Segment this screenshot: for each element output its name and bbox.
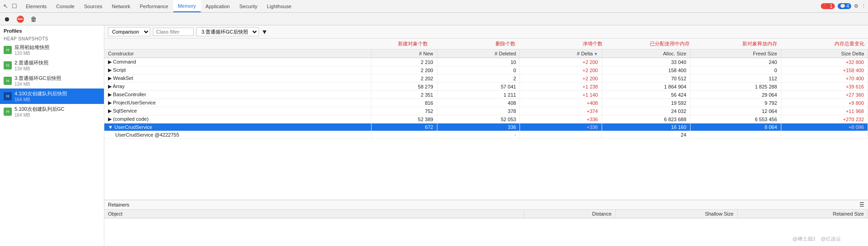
stop-button[interactable]: ⛔	[15, 15, 26, 24]
cell-delta: +2 200	[520, 58, 602, 66]
cell-size-delta	[781, 131, 868, 139]
cell-alloc: 70 512	[602, 74, 690, 83]
table-row[interactable]: ▶ SqlService 752 378 +374 24 032 12 064 …	[104, 107, 868, 115]
cell-constructor: ▼ UserCrudService	[104, 123, 372, 131]
cell-delta: +1 238	[520, 83, 602, 91]
col-header-new[interactable]: # New	[372, 49, 437, 58]
cell-size-delta: +8 096	[781, 123, 868, 131]
cell-constructor: ▶ Array	[104, 83, 372, 91]
table-row[interactable]: ▶ Script 2 200 0 +2 200 158 400 0 +158 4…	[104, 66, 868, 74]
snapshot-name-1: 2.普通循环快照	[15, 59, 49, 66]
ret-col-distance[interactable]: Distance	[524, 210, 615, 218]
col-header-size-delta[interactable]: Size Delta	[781, 49, 868, 58]
cell-freed: 9 792	[690, 99, 781, 107]
tab-elements[interactable]: Elements	[21, 0, 52, 12]
cell-deleted: 52 053	[437, 115, 520, 123]
dropdown-arrow-icon[interactable]: ▼	[261, 28, 268, 35]
retainers-settings-icon[interactable]: ☰	[859, 202, 864, 208]
col-header-constructor[interactable]: Constructor	[104, 49, 372, 58]
table-row[interactable]: UserCrudService @4222755 · 24	[104, 131, 868, 139]
cell-alloc: 33 040	[602, 58, 690, 66]
cn-label-new: 新建对象个数	[344, 39, 432, 48]
cell-constructor: ▶ BaseController	[104, 91, 372, 99]
cell-deleted: 1 211	[437, 91, 520, 99]
col-header-delta[interactable]: # Delta	[520, 49, 602, 58]
chinese-labels-row: 新建对象个数 删除个数 净增个数 已分配使用中内存 新对象释放内存 内存总量变化	[104, 39, 868, 49]
col-header-freed[interactable]: Freed Size	[690, 49, 781, 58]
tab-lighthouse[interactable]: Lighthouse	[262, 0, 296, 12]
gear-icon[interactable]: ⚙	[854, 3, 858, 9]
snapshot-item-4[interactable]: H 5.100次创建队列后GC 164 MB	[0, 104, 104, 119]
table-row[interactable]: ▼ UserCrudService 672 336 +336 16 160 8 …	[104, 123, 868, 131]
table-row[interactable]: ▶ BaseController 2 351 1 211 +1 140 56 4…	[104, 91, 868, 99]
snapshot-item-2[interactable]: H 3.普通循环GC后快照 134 MB	[0, 73, 104, 89]
retainers-table: Object Distance Shallow Size Retained Si…	[104, 210, 868, 218]
class-filter-input[interactable]	[153, 28, 194, 36]
cell-delta: +2 200	[520, 66, 602, 74]
snapshot-size-3: 164 MB	[15, 97, 67, 102]
table-row[interactable]: ▶ (compiled code) 52 389 52 053 +336 6 8…	[104, 115, 868, 123]
ret-col-object[interactable]: Object	[104, 210, 524, 218]
tab-memory[interactable]: Memory	[173, 0, 201, 12]
cell-constructor: ▶ Script	[104, 66, 372, 74]
tab-bar: Elements Console Sources Network Perform…	[21, 0, 296, 12]
snapshot-name-3: 4.100次创建队列后快照	[15, 90, 67, 97]
tab-application[interactable]: Application	[201, 0, 235, 12]
ret-col-shallow[interactable]: Shallow Size	[615, 210, 737, 218]
snapshot-item-1[interactable]: H 2.普通循环快照 134 MB	[0, 58, 104, 73]
snapshot-icon-1: H	[4, 61, 12, 69]
cell-deleted: 378	[437, 107, 520, 115]
record-button[interactable]: ⏺	[2, 15, 12, 24]
cell-size-delta: +158 400	[781, 66, 868, 74]
heap-snapshots-header: HEAP SNAPSHOTS	[0, 35, 104, 42]
top-bar: ↖ ☐ Elements Console Sources Network Per…	[0, 0, 868, 13]
table-row[interactable]: ▶ Array 58 279 57 041 +1 238 1 864 904 1…	[104, 83, 868, 91]
cell-alloc: 19 592	[602, 99, 690, 107]
cell-constructor: ▶ Command	[104, 58, 372, 66]
tab-console[interactable]: Console	[52, 0, 79, 12]
cell-new: 752	[372, 107, 437, 115]
cell-alloc: 24	[602, 131, 690, 139]
ret-col-retained[interactable]: Retained Size	[737, 210, 868, 218]
cell-alloc: 56 424	[602, 91, 690, 99]
delete-button[interactable]: 🗑	[29, 15, 39, 24]
data-table-wrapper: Constructor # New # Deleted # Delta Allo…	[104, 49, 868, 200]
col-header-alloc[interactable]: Alloc. Size	[602, 49, 690, 58]
snapshot-item-3[interactable]: H 4.100次创建队列后快照 164 MB	[0, 89, 104, 104]
cell-delta: +336	[520, 123, 602, 131]
cn-label-deleted: 删除个数	[432, 39, 519, 48]
tab-sources[interactable]: Sources	[79, 0, 107, 12]
table-row[interactable]: ▶ ProjectUserService 816 408 +408 19 592…	[104, 99, 868, 107]
cursor-icon[interactable]: ↖	[2, 2, 10, 10]
cell-deleted: 408	[437, 99, 520, 107]
sidebar: Profiles HEAP SNAPSHOTS H 应用初始堆快照 133 MB…	[0, 25, 104, 246]
cell-deleted: 336	[437, 123, 520, 131]
snapshot-item-0[interactable]: H 应用初始堆快照 133 MB	[0, 42, 104, 58]
cell-alloc: 16 160	[602, 123, 690, 131]
tab-network[interactable]: Network	[108, 0, 135, 12]
cell-freed: 29 064	[690, 91, 781, 99]
snapshot-comparison-select[interactable]: 3.普通循环GC后快照	[196, 27, 259, 36]
cell-delta	[520, 131, 602, 139]
cell-constructor: ▶ ProjectUserService	[104, 99, 372, 107]
comparison-mode-select[interactable]: Comparison Summary Containment Statistic…	[108, 27, 150, 36]
snapshot-name-0: 应用初始堆快照	[15, 44, 49, 51]
error-badge: 🔴 1	[821, 3, 834, 9]
col-header-deleted[interactable]: # Deleted	[437, 49, 520, 58]
table-row[interactable]: ▶ Command 2 210 10 +2 200 33 040 240 +32…	[104, 58, 868, 66]
tab-performance[interactable]: Performance	[135, 0, 173, 12]
cell-delta: +2 200	[520, 74, 602, 83]
snapshot-size-0: 133 MB	[15, 51, 49, 56]
watermark-text1: @稀土掘3	[793, 236, 815, 242]
more-icon[interactable]: ⋮	[861, 3, 866, 9]
table-row[interactable]: ▶ WeakSet 2 202 2 +2 200 70 512 112 +70 …	[104, 74, 868, 83]
cell-delta: +336	[520, 115, 602, 123]
cell-new: 816	[372, 99, 437, 107]
cell-constructor: ▶ WeakSet	[104, 74, 372, 83]
tab-security[interactable]: Security	[235, 0, 262, 12]
cn-label-freed: 新对象释放内存	[693, 39, 780, 48]
top-bar-right: 🔴 1 💬 4 ⚙ ⋮	[821, 3, 866, 9]
cell-deleted: 2	[437, 74, 520, 83]
cell-freed: 112	[690, 74, 781, 83]
device-icon[interactable]: ☐	[10, 2, 19, 10]
